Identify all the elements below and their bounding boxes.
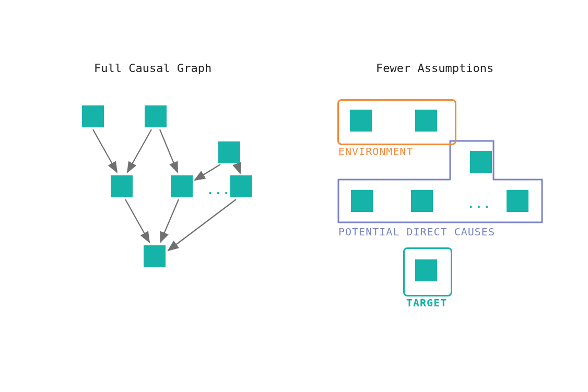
graph-node <box>350 110 372 132</box>
graph-node <box>351 190 373 212</box>
graph-node-target <box>415 259 437 281</box>
graph-node <box>230 175 252 197</box>
svg-line-3 <box>195 164 220 180</box>
environment-label: ENVIRONMENT <box>338 145 413 158</box>
graph-node-target <box>144 245 166 267</box>
left-panel-title: Full Causal Graph <box>94 62 211 75</box>
graph-node <box>411 190 433 212</box>
svg-line-5 <box>125 199 149 242</box>
graph-node <box>82 105 104 127</box>
right-panel-title: Fewer Assumptions <box>376 62 493 75</box>
svg-line-4 <box>237 164 240 173</box>
target-label: TARGET <box>406 296 447 309</box>
svg-line-7 <box>168 199 236 251</box>
svg-line-0 <box>93 129 117 172</box>
graph-node <box>145 105 167 127</box>
ellipsis-icon: ... <box>467 197 491 210</box>
graph-node <box>470 151 492 173</box>
arrows-overlay <box>0 0 588 392</box>
graph-node <box>415 110 437 132</box>
svg-line-1 <box>127 129 151 172</box>
diagram-stage: Full Causal Graph Fewer Assumptions ... <box>0 0 588 392</box>
potential-direct-causes-label: POTENTIAL DIRECT CAUSES <box>338 225 495 238</box>
graph-node <box>507 190 528 212</box>
graph-node <box>218 141 240 163</box>
graph-node <box>111 175 133 197</box>
graph-node <box>171 175 193 197</box>
ellipsis-icon: ... <box>207 184 231 197</box>
svg-line-6 <box>160 199 179 242</box>
svg-line-2 <box>160 129 178 172</box>
